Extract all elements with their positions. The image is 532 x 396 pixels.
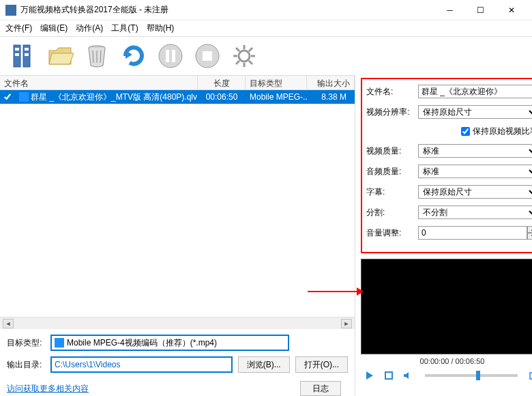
- svg-rect-5: [25, 53, 29, 56]
- sound-icon[interactable]: [402, 369, 414, 382]
- svg-line-20: [236, 48, 239, 51]
- output-dir-label: 输出目录:: [7, 359, 45, 371]
- menu-file[interactable]: 文件(F): [5, 23, 32, 34]
- log-button[interactable]: 日志: [300, 381, 341, 396]
- svg-rect-4: [15, 53, 19, 56]
- open-folder-icon[interactable]: [44, 40, 76, 72]
- properties-panel: 文件名: 视频分辨率: 保持原始尺寸 保持原始视频比率 视频质量: 标准 音频质…: [361, 78, 532, 253]
- subtitle-label: 字幕:: [366, 186, 414, 198]
- toolbar: [0, 37, 532, 75]
- app-icon: [5, 5, 16, 16]
- row-format: Mobile MPEG-...: [246, 91, 307, 103]
- split-label: 分割:: [366, 207, 414, 218]
- seek-slider[interactable]: [425, 374, 518, 377]
- list-header: 文件名 长度 目标类型 输出大小: [0, 75, 355, 90]
- resolution-select[interactable]: 保持原始尺寸: [418, 105, 532, 119]
- target-type-label: 目标类型:: [7, 337, 45, 349]
- scroll-left-icon[interactable]: ◄: [3, 319, 14, 328]
- open-button[interactable]: 打开(O)...: [295, 356, 348, 373]
- annotation-arrowhead: [357, 287, 364, 296]
- scroll-right-icon[interactable]: ►: [341, 319, 352, 328]
- h-scrollbar[interactable]: ◄ ►: [0, 317, 355, 329]
- target-type-value: Mobile MPEG-4视频编码（推荐）(*.mp4): [67, 337, 217, 349]
- svg-rect-12: [172, 50, 175, 62]
- output-dir-input[interactable]: [50, 356, 233, 373]
- settings-icon[interactable]: [228, 40, 261, 72]
- volume-label: 音量调整:: [366, 227, 414, 239]
- svg-point-15: [239, 51, 250, 61]
- col-length[interactable]: 长度: [198, 76, 246, 89]
- pause-icon[interactable]: [154, 40, 187, 72]
- browse-button[interactable]: 浏览(B)...: [238, 356, 290, 373]
- svg-rect-14: [203, 51, 212, 61]
- filename-label: 文件名:: [366, 86, 414, 98]
- menubar: 文件(F) 编辑(E) 动作(A) 工具(T) 帮助(H): [0, 20, 532, 37]
- resolution-label: 视频分辨率:: [366, 107, 414, 118]
- menu-action[interactable]: 动作(A): [76, 23, 103, 34]
- convert-icon[interactable]: [117, 40, 150, 72]
- left-pane: 文件名 长度 目标类型 输出大小 群星 _《北京欢迎你》_MTV版 高清(480…: [0, 75, 355, 396]
- more-content-link[interactable]: 访问获取更多相关内容: [7, 383, 300, 395]
- menu-tool[interactable]: 工具(T): [111, 23, 138, 34]
- maximize-button[interactable]: ☐: [465, 1, 496, 20]
- filename-input[interactable]: [418, 85, 532, 98]
- keep-ratio-label: 保持原始视频比率: [473, 126, 532, 137]
- video-quality-label: 视频质量:: [366, 145, 414, 157]
- target-type-select[interactable]: Mobile MPEG-4视频编码（推荐）(*.mp4): [50, 335, 289, 351]
- play-icon[interactable]: [364, 369, 376, 382]
- svg-line-21: [249, 61, 252, 64]
- svg-rect-24: [385, 372, 392, 379]
- split-select[interactable]: 不分割: [418, 206, 532, 219]
- audio-quality-label: 音频质量:: [366, 166, 414, 178]
- svg-rect-11: [166, 50, 169, 62]
- video-quality-select[interactable]: 标准: [418, 144, 532, 158]
- subtitle-select[interactable]: 保持原始尺寸: [418, 185, 532, 199]
- row-filename: 群星 _《北京欢迎你》_MTV版 高清(480P).qlv: [31, 92, 197, 102]
- stop-small-icon[interactable]: [383, 369, 395, 382]
- menu-help[interactable]: 帮助(H): [147, 23, 175, 34]
- delete-icon[interactable]: [80, 40, 113, 72]
- window-title: 万能视频格式转换器2017全能版 - 未注册: [20, 4, 434, 16]
- col-filename[interactable]: 文件名: [0, 76, 198, 89]
- volume-down-icon[interactable]: ▼: [527, 233, 532, 240]
- file-icon: [19, 92, 29, 102]
- video-preview[interactable]: [361, 259, 532, 354]
- svg-line-22: [249, 48, 252, 51]
- close-button[interactable]: ✕: [496, 1, 527, 20]
- time-display: 00:00:00 / 00:06:50: [361, 357, 532, 365]
- table-row[interactable]: 群星 _《北京欢迎你》_MTV版 高清(480P).qlv 00:06:50 M…: [0, 90, 355, 104]
- volume-up-icon[interactable]: ▲: [527, 226, 532, 233]
- file-list[interactable]: 群星 _《北京欢迎你》_MTV版 高清(480P).qlv 00:06:50 M…: [0, 90, 355, 317]
- annotation-arrow: [308, 291, 362, 292]
- snapshot-icon[interactable]: [529, 369, 532, 382]
- audio-quality-select[interactable]: 标准: [418, 165, 532, 178]
- keep-ratio-checkbox[interactable]: [461, 127, 470, 136]
- add-file-icon[interactable]: [7, 40, 40, 72]
- svg-line-23: [236, 61, 239, 64]
- row-size: 8.38 M: [307, 91, 351, 103]
- row-checkbox[interactable]: [3, 92, 12, 102]
- svg-point-10: [159, 44, 182, 68]
- svg-rect-2: [15, 48, 19, 51]
- menu-edit[interactable]: 编辑(E): [40, 23, 68, 34]
- stop-icon[interactable]: [191, 40, 224, 72]
- volume-input[interactable]: [418, 226, 527, 240]
- right-pane: 文件名: 视频分辨率: 保持原始尺寸 保持原始视频比率 视频质量: 标准 音频质…: [355, 75, 532, 396]
- preview-panel: 00:00:00 / 00:06:50: [361, 259, 532, 392]
- seek-thumb[interactable]: [476, 371, 480, 380]
- format-icon: [55, 338, 64, 348]
- col-size[interactable]: 输出大小: [307, 76, 355, 89]
- svg-rect-3: [25, 48, 29, 51]
- row-length: 00:06:50: [198, 91, 246, 103]
- col-format[interactable]: 目标类型: [246, 76, 307, 89]
- minimize-button[interactable]: ─: [434, 1, 465, 20]
- titlebar: 万能视频格式转换器2017全能版 - 未注册 ─ ☐ ✕: [0, 0, 532, 20]
- transport-bar: [361, 368, 532, 383]
